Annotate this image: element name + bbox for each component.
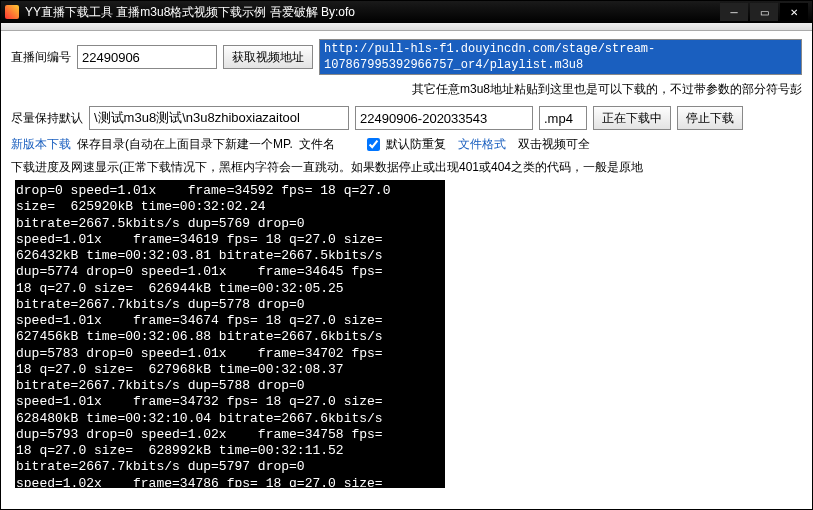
- dblclick-hint: 双击视频可全: [518, 136, 590, 153]
- save-dir-label: 保存目录(自动在上面目录下新建一个MP.: [77, 136, 293, 153]
- window-title: YY直播下载工具 直播m3u8格式视频下载示例 吾爱破解 By:ofo: [25, 4, 355, 21]
- room-label: 直播间编号: [11, 49, 71, 66]
- stream-url-box[interactable]: http://pull-hls-f1.douyincdn.com/stage/s…: [319, 39, 802, 75]
- url-hint-text: 其它任意m3u8地址粘贴到这里也是可以下载的，不过带参数的部分符号彭: [11, 81, 802, 98]
- menu-bar: [1, 23, 812, 31]
- maximize-button[interactable]: ▭: [750, 3, 778, 21]
- app-icon: [5, 5, 19, 19]
- room-id-input[interactable]: [77, 45, 217, 69]
- progress-row: 下载进度及网速显示(正常下载情况下，黑框内字符会一直跳动。如果数据停止或出现40…: [11, 159, 802, 176]
- filename-label: 文件名: [299, 136, 335, 153]
- console-output: drop=0 speed=1.01x frame=34592 fps= 18 q…: [15, 180, 445, 488]
- fetch-url-button[interactable]: 获取视频地址: [223, 45, 313, 69]
- progress-text: 下载进度及网速显示(正常下载情况下，黑框内字符会一直跳动。如果数据停止或出现40…: [11, 159, 643, 176]
- stop-download-button[interactable]: 停止下载: [677, 106, 743, 130]
- save-row: 尽量保持默认 正在下载中 停止下载: [11, 106, 802, 130]
- options-row: 新版本下载 保存目录(自动在上面目录下新建一个MP. 文件名 默认防重复 文件格…: [11, 136, 802, 153]
- no-repeat-checkbox[interactable]: [367, 138, 380, 151]
- close-button[interactable]: ✕: [780, 3, 808, 21]
- room-row: 直播间编号 获取视频地址 http://pull-hls-f1.douyincd…: [11, 39, 802, 75]
- new-version-link[interactable]: 新版本下载: [11, 136, 71, 153]
- save-path-input[interactable]: [89, 106, 349, 130]
- downloading-button[interactable]: 正在下载中: [593, 106, 671, 130]
- keep-default-label: 尽量保持默认: [11, 110, 83, 127]
- extension-input[interactable]: [539, 106, 587, 130]
- url-hint-row: 其它任意m3u8地址粘贴到这里也是可以下载的，不过带参数的部分符号彭: [11, 81, 802, 98]
- filename-input[interactable]: [355, 106, 533, 130]
- file-format-link[interactable]: 文件格式: [458, 136, 506, 153]
- minimize-button[interactable]: ─: [720, 3, 748, 21]
- no-repeat-label: 默认防重复: [386, 136, 446, 153]
- titlebar: YY直播下载工具 直播m3u8格式视频下载示例 吾爱破解 By:ofo ─ ▭ …: [1, 1, 812, 23]
